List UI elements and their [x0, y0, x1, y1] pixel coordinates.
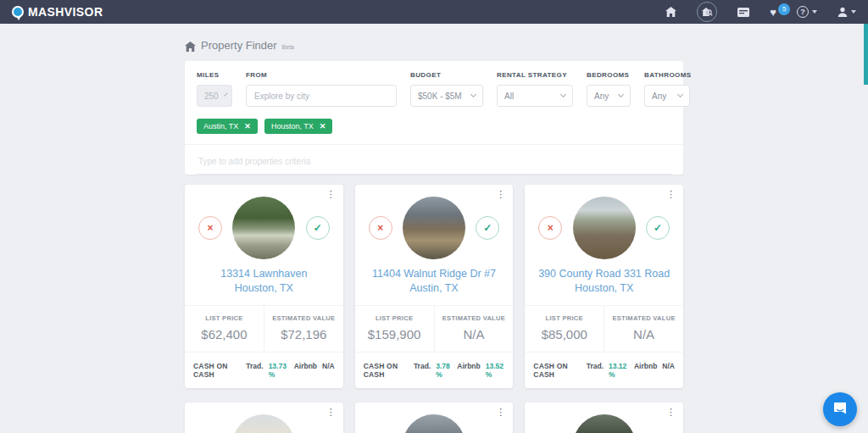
card-menu-icon[interactable]: ⋮ — [496, 408, 505, 417]
airbnb-coc-value: N/A — [322, 362, 335, 370]
active-ring — [697, 2, 717, 22]
chevron-down-icon — [560, 92, 566, 97]
chat-launcher-button[interactable] — [823, 392, 857, 426]
rental-strategy-select[interactable]: All — [497, 85, 573, 107]
reject-property-button[interactable]: × — [369, 216, 392, 240]
heart-glyph: ♥ — [770, 7, 776, 18]
help-icon: ? — [797, 6, 809, 18]
property-city[interactable]: Houston, TX — [192, 281, 337, 296]
list-price-label: LIST PRICE — [188, 314, 260, 322]
estimated-value-label: ESTIMATED VALUE — [268, 314, 340, 322]
home-icon — [185, 42, 196, 52]
property-card: ⋮ × ✓ 390 County Road 331 Road Houston, … — [525, 185, 683, 388]
beta-badge: Beta — [282, 44, 294, 50]
mashvisor-logo[interactable]: MASHVISOR — [12, 5, 103, 19]
criteria-input[interactable] — [198, 157, 670, 166]
bedrooms-select[interactable]: Any — [587, 85, 631, 107]
remove-tag-icon[interactable]: ✕ — [320, 122, 326, 130]
property-finder-icon[interactable] — [697, 2, 717, 22]
brand-name: MASHVISOR — [28, 5, 103, 19]
accept-property-button[interactable]: ✓ — [646, 216, 670, 240]
bathrooms-label: BATHROOMS — [644, 71, 691, 79]
scrollbar-thumb[interactable] — [864, 24, 868, 85]
filter-panel: MILES 250 FROM BUDGET $50K - $5M RENTAL … — [185, 61, 683, 175]
estimated-value-label: ESTIMATED VALUE — [608, 314, 680, 322]
trad-label: Trad. — [587, 362, 604, 370]
person-icon — [837, 7, 848, 17]
property-city[interactable]: Austin, TX — [362, 281, 507, 296]
property-photo[interactable] — [403, 414, 465, 433]
billing-icon[interactable] — [737, 8, 749, 17]
bedrooms-label: BEDROOMS — [587, 71, 631, 79]
property-address-link[interactable]: 13314 Lawnhaven — [192, 267, 337, 281]
miles-select[interactable]: 250 — [197, 85, 232, 107]
cash-on-cash-label: CASH ON CASH — [193, 362, 237, 379]
estimated-value: $72,196 — [268, 327, 340, 341]
card-menu-icon[interactable]: ⋮ — [666, 190, 676, 199]
bathrooms-select[interactable]: Any — [644, 85, 690, 107]
city-tag: Austin, TX✕ — [197, 119, 258, 134]
chat-bubble-icon — [832, 401, 849, 418]
remove-tag-icon[interactable]: ✕ — [244, 122, 251, 130]
reject-property-button[interactable]: × — [538, 216, 562, 240]
accept-property-button[interactable]: ✓ — [306, 216, 330, 240]
trad-label: Trad. — [414, 362, 431, 370]
airbnb-label: Airbnb — [294, 362, 317, 370]
property-photo[interactable] — [573, 414, 636, 433]
chevron-down-icon — [851, 10, 856, 14]
accept-property-button[interactable]: ✓ — [476, 216, 499, 240]
cash-on-cash-label: CASH ON CASH — [533, 362, 577, 379]
budget-label: BUDGET — [410, 71, 483, 79]
property-address-link[interactable]: 11404 Walnut Ridge Dr #7 — [362, 267, 507, 281]
property-cards-grid: ⋮ × ✓ 13314 Lawnhaven Houston, TX LIST P… — [185, 185, 683, 433]
rental-strategy-label: RENTAL STRATEGY — [497, 71, 573, 79]
property-photo[interactable] — [232, 197, 295, 259]
property-city[interactable]: Houston, TX — [531, 281, 676, 296]
airbnb-coc-value: N/A — [662, 362, 675, 370]
mashvisor-pin-icon — [12, 6, 24, 18]
property-card: ⋮ × ✓ 13314 Lawnhaven Houston, TX LIST P… — [185, 185, 343, 388]
list-price-value: $159,900 — [359, 327, 431, 341]
list-price-value: $62,400 — [188, 327, 260, 341]
airbnb-coc-value: 13.52 % — [486, 362, 505, 379]
favorites-heart-icon[interactable]: ♥ 5 — [770, 7, 776, 18]
estimated-value: N/A — [438, 327, 510, 341]
chevron-down-icon — [677, 92, 683, 97]
property-card: ⋮ × ✓ 7101 Siepel DR Austin, TX LIST PRI… — [355, 402, 514, 433]
account-menu[interactable] — [837, 7, 856, 17]
airbnb-label: Airbnb — [634, 362, 657, 370]
property-address-link[interactable]: 390 County Road 331 Road — [531, 267, 676, 281]
trad-coc-value: 13.73 % — [269, 362, 289, 379]
estimated-value-label: ESTIMATED VALUE — [438, 314, 510, 322]
from-label: FROM — [246, 71, 397, 79]
trad-coc-value: 13.12 % — [609, 362, 629, 379]
favorites-count-badge: 5 — [778, 3, 790, 15]
help-menu[interactable]: ? — [797, 6, 817, 18]
city-search-input[interactable] — [246, 85, 397, 107]
home-icon[interactable] — [665, 7, 676, 17]
card-menu-icon[interactable]: ⋮ — [496, 190, 505, 199]
property-card: ⋮ × ✓ 2708 Winbern St Houston, TX LIST P… — [525, 402, 683, 433]
property-photo[interactable] — [573, 197, 636, 259]
property-photo[interactable] — [232, 414, 295, 433]
breadcrumb: Property Finder Beta — [185, 39, 683, 54]
property-photo[interactable] — [403, 197, 465, 259]
chevron-down-icon — [618, 92, 624, 97]
reject-property-button[interactable]: × — [198, 216, 222, 240]
card-menu-icon[interactable]: ⋮ — [326, 190, 336, 199]
page-title: Property Finder — [201, 39, 277, 52]
card-menu-icon[interactable]: ⋮ — [666, 408, 676, 417]
city-tags: Austin, TX✕ Houston, TX✕ — [197, 119, 671, 134]
card-menu-icon[interactable]: ⋮ — [326, 408, 336, 417]
chevron-down-icon — [812, 10, 817, 14]
cash-on-cash-label: CASH ON CASH — [364, 362, 405, 379]
trad-coc-value: 3.78 % — [436, 362, 452, 379]
city-tag: Houston, TX✕ — [264, 119, 332, 134]
estimated-value: N/A — [608, 327, 680, 341]
list-price-label: LIST PRICE — [528, 314, 600, 322]
budget-select[interactable]: $50K - $5M — [410, 85, 483, 107]
property-card: ⋮ × ✓ 108 RyLee Austin, TX LIST PRICE ES… — [185, 402, 343, 433]
top-navbar: MASHVISOR ♥ 5 ? — [0, 0, 868, 24]
list-price-label: LIST PRICE — [359, 314, 431, 322]
miles-label: MILES — [197, 71, 232, 79]
